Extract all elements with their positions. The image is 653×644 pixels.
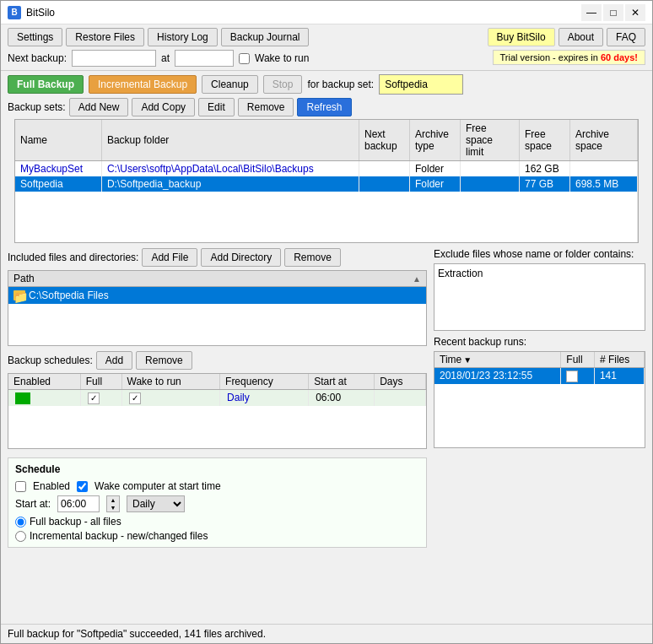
files-section: Included files and directories: Add File… [8,248,427,346]
edit-button[interactable]: Edit [198,98,235,116]
header-buttons: Settings Restore Files History Log Backu… [8,28,309,46]
add-file-button[interactable]: Add File [142,248,197,267]
row2-free-space: 77 GB [520,176,570,192]
sched-frequency: Daily [220,390,309,406]
files-bar: Included files and directories: Add File… [8,248,427,267]
backup-sets-label: Backup sets: [8,101,66,113]
add-directory-button[interactable]: Add Directory [201,248,281,267]
sched-enabled [8,390,80,406]
wake-checkbox [129,392,141,404]
full-backup-button[interactable]: Full Backup [8,75,84,94]
scroll-indicator: ▲ [413,274,421,284]
right-column: Exclude files whose name or folder conta… [434,248,645,619]
next-backup-input[interactable] [72,50,156,67]
col-free-space: Freespace [520,120,570,161]
wake-to-run-checkbox[interactable] [239,53,250,64]
header-area: Settings Restore Files History Log Backu… [1,24,652,71]
next-backup-row: Next backup: at Wake to run [8,50,309,67]
row2-name[interactable]: Softpedia [20,178,63,190]
exclude-box[interactable]: Extraction [434,263,645,331]
schedule-config-title: Schedule [15,463,419,475]
app-icon: B [8,6,21,19]
about-button[interactable]: About [559,28,603,46]
two-col-layout: Included files and directories: Add File… [1,243,652,624]
wake-computer-label: Wake computer at start time [94,480,221,492]
full-backup-radio-label: Full backup - all files [30,516,121,528]
enabled-indicator [15,392,30,404]
recent-row1-time: 2018/01/23 23:12:55 [434,368,561,384]
settings-button[interactable]: Settings [8,28,62,46]
table-row[interactable]: 2018/01/23 23:12:55 141 [434,368,645,384]
status-text: Full backup for "Softpedia" succeeded, 1… [8,628,266,640]
sched-wake [121,390,220,406]
window-controls: — □ ✕ [581,4,645,21]
path-header: Path [13,273,35,284]
add-schedule-button[interactable]: Add [96,351,132,370]
frequency-select[interactable]: Daily Weekly Monthly [127,495,185,512]
col-folder: Backup folder [101,120,359,161]
list-item[interactable]: 📁 C:\Softpedia Files [8,287,426,304]
sched-col-wake: Wake to run [121,374,220,390]
minimize-button[interactable]: — [581,4,602,21]
window-title: BitSilo [26,7,581,19]
cleanup-button[interactable]: Cleanup [202,75,258,94]
trial-text: Trial version - expires in [500,52,601,62]
add-copy-button[interactable]: Add Copy [132,98,195,116]
full-backup-radio[interactable] [15,517,26,528]
backup-table: Name Backup folder Nextbackup Archivetyp… [15,120,638,242]
remove-schedule-button[interactable]: Remove [136,351,192,370]
col-free-space-limit: Free spacelimit [461,120,520,161]
maximize-button[interactable]: □ [603,4,623,21]
table-row[interactable]: Daily 06:00 [8,390,426,406]
next-backup-label: Next backup: [8,52,67,64]
exclude-section: Exclude files whose name or folder conta… [434,248,645,331]
at-label: at [161,52,170,64]
recent-runs-section: Recent backup runs: Time▼ Full # Files [434,336,645,448]
refresh-button[interactable]: Refresh [297,98,351,116]
exclude-value: Extraction [438,268,483,279]
backup-set-input[interactable] [379,74,463,95]
close-button[interactable]: ✕ [625,4,645,21]
incremental-backup-button[interactable]: Incremental Backup [89,75,197,94]
remove-file-button[interactable]: Remove [284,248,341,267]
recent-col-time: Time▼ [434,352,561,368]
incremental-backup-radio[interactable] [15,531,26,542]
history-log-button[interactable]: History Log [148,28,218,46]
sched-col-frequency: Frequency [220,374,309,390]
incremental-backup-radio-label: Incremental backup - new/changed files [30,530,208,542]
backup-journal-button[interactable]: Backup Journal [221,28,310,46]
stop-button[interactable]: Stop [263,75,303,94]
row1-folder[interactable]: C:\Users\softp\AppData\Local\BitSilo\Bac… [107,163,314,175]
time-up-button[interactable]: ▲ [107,496,119,504]
buy-bitsilo-button[interactable]: Buy BitSilo [488,28,555,46]
wake-computer-checkbox[interactable] [77,481,88,492]
remove-backup-set-button[interactable]: Remove [238,98,294,116]
row1-name[interactable]: MyBackupSet [20,163,83,175]
files-list: Path ▲ 📁 C:\Softpedia Files [8,270,427,346]
time-down-button[interactable]: ▼ [107,504,119,511]
faq-button[interactable]: FAQ [607,28,645,46]
row2-folder[interactable]: D:\Softpedia_backup [107,178,201,190]
row2-next-backup [359,176,410,192]
table-row[interactable]: Softpedia D:\Softpedia_backup Folder 77 … [15,176,638,192]
start-at-label: Start at: [15,498,51,510]
incremental-backup-radio-row: Incremental backup - new/changed files [15,530,419,542]
at-time-input[interactable] [175,50,234,67]
wake-to-run-label: Wake to run [255,52,309,64]
add-new-button[interactable]: Add New [69,98,129,116]
start-time-input[interactable] [57,495,100,512]
recent-col-full: Full [561,352,595,368]
col-next-backup: Nextbackup [359,120,410,161]
row1-free-space: 162 GB [520,161,570,177]
restore-files-button[interactable]: Restore Files [66,28,144,46]
schedule-enabled-checkbox[interactable] [15,481,26,492]
schedules-bar: Backup schedules: Add Remove [8,351,427,370]
full-backup-radio-row: Full backup - all files [15,516,419,528]
sched-days [375,390,426,406]
recent-col-files: # Files [594,352,644,368]
schedule-config: Schedule Enabled Wake computer at start … [8,457,427,548]
file-path: C:\Softpedia Files [29,290,109,301]
table-row[interactable]: MyBackupSet C:\Users\softp\AppData\Local… [15,161,638,177]
backup-sets-bar: Backup sets: Add New Add Copy Edit Remov… [8,98,645,116]
for-backup-set-label: for backup set: [307,78,374,90]
